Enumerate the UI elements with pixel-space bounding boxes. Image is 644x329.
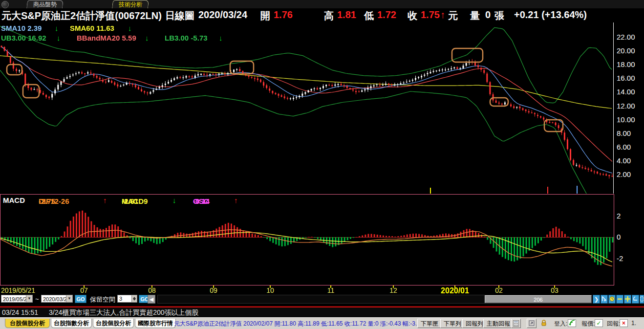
x-axis-tick bbox=[554, 285, 555, 288]
macd-title: MACD bbox=[3, 196, 25, 204]
order-button-3[interactable]: 主動回報 bbox=[483, 319, 514, 328]
close-value: 1.75 bbox=[421, 9, 440, 21]
low-label: 低 bbox=[364, 9, 374, 22]
title-bar: 元大S&P原油正2估計淨值(00672LN) 日線圖 2020/03/24 開 … bbox=[0, 8, 644, 23]
reserve-space-label: 保留空間 bbox=[90, 295, 115, 304]
bottom-toolbar: 2019/05/21 ▼ ~ 2020/03/24 ▼ GO 保留空間 3 GO… bbox=[0, 293, 644, 306]
zoom-out-icon[interactable] bbox=[616, 295, 623, 304]
sma60-down-arrow-icon: ↓ bbox=[128, 24, 132, 32]
sma10-down-arrow-icon: ↓ bbox=[55, 24, 59, 32]
reserve-space-spinner[interactable] bbox=[131, 295, 137, 303]
macd-panel: MACD DIF12-26 -2.75 ↑ MACD9 -2.61 ↓ OSC … bbox=[0, 194, 614, 285]
price-chart-canvas[interactable] bbox=[0, 22, 614, 194]
date-to-dropdown-icon[interactable]: ▼ bbox=[66, 295, 73, 303]
order-button-1[interactable]: 下單列 bbox=[440, 319, 465, 328]
price-axis-label: 4.00 bbox=[617, 156, 644, 165]
osc-up-arrow-icon: ↑ bbox=[234, 196, 238, 204]
status-bar: 03/24 15:51 3/24櫃買市場三大法人,合計買賣超200張以上個股 bbox=[0, 307, 644, 317]
lb-label-value: LB3.00 -5.73 bbox=[165, 34, 208, 42]
cursor-mode-icon[interactable] bbox=[601, 295, 608, 304]
price-axis-label: 6.00 bbox=[617, 143, 644, 151]
close-label: 收 bbox=[408, 9, 417, 22]
zoom-in-icon[interactable] bbox=[624, 295, 631, 304]
quote-date: 2020/03/24 bbox=[198, 9, 247, 21]
scroll-right-button[interactable]: ❯ bbox=[593, 295, 600, 304]
chart-scrollbar-thumb[interactable]: 206 bbox=[485, 295, 592, 303]
lb-down-arrow-icon: ↓ bbox=[219, 34, 223, 42]
volume-value: 0 bbox=[485, 9, 491, 21]
sma10-label-value: SMA10 2.39 bbox=[1, 24, 42, 32]
undo-icon[interactable] bbox=[632, 295, 639, 304]
x-axis-tick bbox=[270, 285, 271, 288]
app-logo-icon[interactable] bbox=[1, 1, 9, 8]
date-to-input[interactable]: 2020/03/24 bbox=[41, 295, 66, 303]
chart-scrollbar-track[interactable]: 206 bbox=[157, 295, 592, 304]
tab-technical-analysis-label: 技術分析 bbox=[119, 0, 142, 8]
quote-readout: 元大S&P原油正2估計淨值 2020/02/07 開:11.80 高:11.89… bbox=[174, 320, 429, 328]
tab-product-overview-label: 商品盤勢 bbox=[33, 0, 57, 8]
macd-axis-label: -2 bbox=[617, 254, 644, 263]
volume-unit: 張 bbox=[494, 9, 504, 22]
bbandma20-label-value: BBandMA20 5.59 bbox=[77, 34, 136, 42]
bottom-tab-1[interactable]: 台股指數分析 bbox=[51, 319, 92, 328]
x-axis-tick bbox=[213, 285, 214, 288]
top-tab-bar: 商品盤勢 技術分析 bbox=[0, 0, 644, 9]
lock-icon bbox=[540, 320, 547, 329]
date-from-input[interactable]: 2019/05/21 bbox=[1, 295, 26, 303]
bottom-tab-2[interactable]: 台股個股分析 bbox=[93, 319, 134, 328]
quote-status-check-icon[interactable]: ✓ bbox=[595, 319, 603, 327]
order-button-0[interactable]: 下單匣 bbox=[417, 319, 442, 328]
expand-icon[interactable] bbox=[640, 295, 644, 304]
high-label: 高 bbox=[324, 9, 334, 22]
login-label: 登入: bbox=[554, 320, 567, 328]
scroll-left-button[interactable]: ◀ bbox=[148, 295, 155, 304]
x-axis-tick bbox=[151, 285, 152, 288]
calculator-icon[interactable] bbox=[511, 319, 521, 328]
date-from-dropdown-icon[interactable]: ▼ bbox=[26, 295, 33, 303]
price-axis-label: 12.00 bbox=[617, 102, 644, 110]
instrument-name: 元大S&P原油正2估計淨值(00672LN) bbox=[1, 9, 162, 22]
sma60-label-value: SMA60 11.63 bbox=[70, 24, 114, 32]
tab-product-overview[interactable]: 商品盤勢 bbox=[26, 0, 64, 8]
macd-chart-canvas[interactable] bbox=[0, 205, 614, 284]
macd-header: MACD DIF12-26 -2.75 ↑ MACD9 -2.61 ↓ OSC … bbox=[0, 195, 614, 205]
x-axis-tick bbox=[454, 285, 455, 288]
volume-label: 量 bbox=[470, 9, 480, 22]
time-clock-icon[interactable] bbox=[608, 295, 616, 304]
technical-analysis-app: 商品盤勢 技術分析 元大S&P原油正2估計淨值(00672LN) 日線圖 202… bbox=[0, 0, 644, 329]
open-label: 開 bbox=[260, 9, 270, 22]
x-axis-tick bbox=[498, 285, 499, 288]
dif-up-arrow-icon: ↑ bbox=[103, 196, 107, 204]
price-axis-label: 2.00 bbox=[617, 170, 644, 178]
price-axis-label: 22.00 bbox=[617, 33, 644, 41]
price-axis-label: 16.00 bbox=[617, 74, 644, 82]
login-signal-icon[interactable] bbox=[568, 319, 576, 327]
high-value: 1.81 bbox=[337, 9, 356, 21]
price-axis-label: 18.00 bbox=[617, 60, 644, 68]
x-axis-tick bbox=[84, 285, 85, 288]
tab-technical-analysis[interactable]: 技術分析 bbox=[112, 0, 149, 8]
change-value: +0.21 (+13.64%) bbox=[514, 9, 587, 21]
status-time: 03/24 15:51 bbox=[2, 308, 38, 316]
popout-window-icon[interactable] bbox=[527, 319, 537, 328]
price-axis-label: 14.00 bbox=[617, 88, 644, 96]
ub-down-arrow-icon: ↓ bbox=[57, 34, 61, 42]
ub-label-value: UB3.00 16.92 bbox=[1, 34, 46, 42]
status-message: 3/24櫃買市場三大法人,合計買賣超200張以上個股 bbox=[49, 308, 199, 317]
report-toggle-label: 回報: bbox=[607, 320, 620, 328]
chart-type-label: 日線圖 bbox=[165, 9, 194, 22]
low-value: 1.72 bbox=[377, 9, 396, 21]
reserve-space-input[interactable]: 3 bbox=[117, 295, 132, 303]
x-axis-tick bbox=[393, 285, 394, 288]
quote-toggle-label: 報價: bbox=[581, 320, 595, 328]
bottom-tab-0[interactable]: 台股個股分析 bbox=[5, 319, 50, 328]
date-go-button[interactable]: GO bbox=[75, 295, 86, 303]
price-axis-label: 8.00 bbox=[617, 129, 644, 137]
macd9-down-arrow-icon: ↓ bbox=[172, 196, 176, 204]
report-status-x-icon[interactable]: × bbox=[620, 319, 628, 327]
unit-label: 元 bbox=[448, 9, 458, 22]
bottom-tab-3[interactable]: 國際股市行情 bbox=[135, 319, 176, 328]
price-axis-label: 20.00 bbox=[617, 46, 644, 55]
x-axis-tick bbox=[330, 285, 331, 288]
date-range-tilde: ~ bbox=[35, 295, 39, 303]
